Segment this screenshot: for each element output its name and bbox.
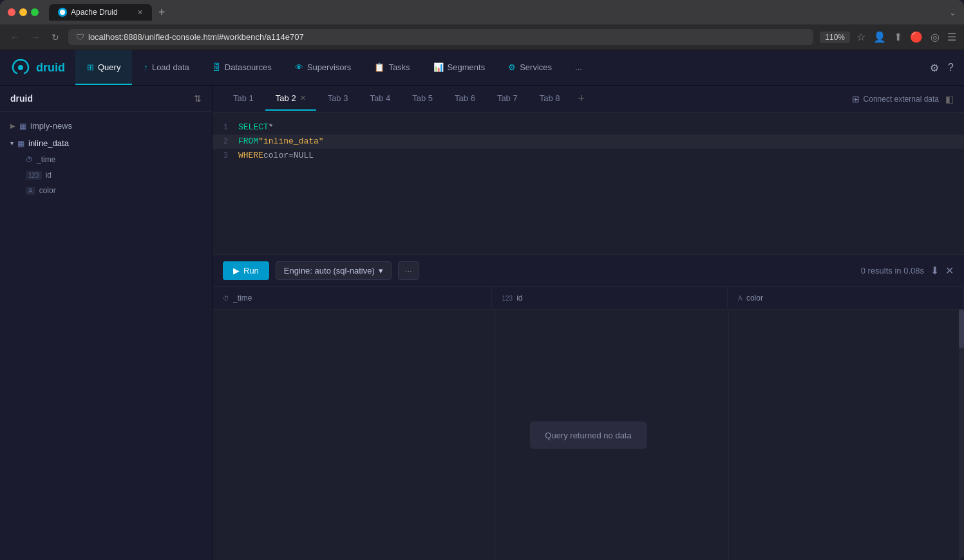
account-icon[interactable]: 👤 xyxy=(873,31,886,43)
table-icon: ▦ xyxy=(19,122,26,131)
table-icon: ▦ xyxy=(17,139,24,148)
nav-tab-load-data-label: Load data xyxy=(152,62,189,72)
query-toolbar: ▶ Run Engine: auto (sql-native) ▾ ··· 0 … xyxy=(213,254,964,287)
no-data-message: Query returned no data xyxy=(529,421,647,449)
nav-tab-services[interactable]: ⚙ Services xyxy=(496,50,563,85)
query-tab-8[interactable]: Tab 8 xyxy=(529,87,571,111)
close-window-button[interactable] xyxy=(8,8,15,16)
supervisors-nav-icon: 👁 xyxy=(295,62,303,72)
query-tab-4-label: Tab 4 xyxy=(370,93,390,103)
collapse-sidebar-button[interactable]: ◧ xyxy=(945,94,954,104)
engine-label: Engine: auto (sql-native) xyxy=(284,266,375,275)
field-type-123: 123 xyxy=(26,171,42,180)
nav-tab-tasks[interactable]: 📋 Tasks xyxy=(363,50,421,85)
column-color: color xyxy=(263,149,288,163)
query-tab-5-label: Tab 5 xyxy=(412,93,433,103)
query-tab-6-label: Tab 6 xyxy=(455,93,475,103)
engine-selector[interactable]: Engine: auto (sql-native) ▾ xyxy=(276,261,392,280)
nav-tab-more[interactable]: ... xyxy=(563,50,594,85)
tree-item-imply-news-label: imply-news xyxy=(30,121,72,131)
nav-tab-load-data[interactable]: ↑ Load data xyxy=(132,50,200,85)
add-tab-button[interactable]: + xyxy=(574,92,589,106)
more-options-button[interactable]: ··· xyxy=(398,261,419,280)
browser-tab[interactable]: Apache Druid ✕ xyxy=(49,4,152,21)
nav-tab-services-label: Services xyxy=(520,62,552,72)
query-tab-7[interactable]: Tab 7 xyxy=(487,87,528,111)
browser-titlebar: Apache Druid ✕ + ⌄ xyxy=(0,0,964,24)
sidebar-sort-button[interactable]: ⇅ xyxy=(194,93,202,104)
line-number-3: 3 xyxy=(213,149,238,163)
app: druid ⊞ Query ↑ Load data 🗄 Datasources … xyxy=(0,50,964,560)
query-tab-5[interactable]: Tab 5 xyxy=(402,87,443,111)
results-info: 0 results in 0.08s xyxy=(861,266,924,275)
back-button[interactable]: ← xyxy=(8,30,22,45)
query-tab-1[interactable]: Tab 1 xyxy=(223,87,264,111)
download-button[interactable]: ⬇ xyxy=(931,265,939,277)
share-icon[interactable]: ⬆ xyxy=(894,31,902,43)
main-content: druid ⇅ ▶ ▦ imply-news ▾ ▦ inline_data xyxy=(0,86,964,560)
druid-ext-icon[interactable]: ◎ xyxy=(931,31,940,43)
bookmark-icon[interactable]: ☆ xyxy=(856,31,865,43)
query-tab-7-label: Tab 7 xyxy=(497,93,518,103)
results-header: ⏱ _time 123 id A color xyxy=(213,287,964,310)
line-number-2: 2 xyxy=(213,135,238,149)
clear-results-button[interactable]: ✕ xyxy=(945,265,954,277)
tab-favicon xyxy=(58,8,67,17)
address-text: localhost:8888/unified-console.html#work… xyxy=(88,32,304,42)
menu-icon[interactable]: ☰ xyxy=(947,31,956,43)
help-button[interactable]: ? xyxy=(948,62,954,73)
query-tab-2[interactable]: Tab 2 ✕ xyxy=(265,87,316,111)
nav-tab-segments-label: Segments xyxy=(448,62,486,72)
minimize-window-button[interactable] xyxy=(19,8,27,16)
more-nav-label: ... xyxy=(575,62,582,72)
address-input[interactable]: 🛡 localhost:8888/unified-console.html#wo… xyxy=(68,29,813,45)
scrollbar-thumb[interactable] xyxy=(959,310,964,348)
tree-item-inline-data-label: inline_data xyxy=(28,138,69,148)
result-col-time xyxy=(213,310,495,560)
tree-item-inline-data[interactable]: ▾ ▦ inline_data xyxy=(0,135,212,152)
connect-external-data-button[interactable]: ⊞ Connect external data xyxy=(852,94,939,104)
settings-button[interactable]: ⚙ xyxy=(930,62,939,74)
keyword-select: SELECT xyxy=(238,120,269,135)
query-tab-1-label: Tab 1 xyxy=(233,93,254,103)
extension-icon[interactable]: 🔴 xyxy=(910,31,923,43)
col-header-color-label: color xyxy=(746,294,763,303)
tasks-nav-icon: 📋 xyxy=(374,62,384,72)
forward-button[interactable]: → xyxy=(28,30,43,45)
code-line-1: 1 SELECT * xyxy=(213,120,964,135)
app-header: druid ⊞ Query ↑ Load data 🗄 Datasources … xyxy=(0,50,964,86)
datasources-nav-icon: 🗄 xyxy=(213,62,221,72)
run-button[interactable]: ▶ Run xyxy=(223,261,269,280)
tree-item-imply-news[interactable]: ▶ ▦ imply-news xyxy=(0,117,212,135)
color-type-icon: A xyxy=(738,295,742,302)
keyword-from: FROM xyxy=(238,135,258,149)
scrollbar-track[interactable] xyxy=(959,310,964,560)
nav-tab-query[interactable]: ⊞ Query xyxy=(75,50,132,85)
field-type-A: A xyxy=(26,187,35,195)
query-tabs: Tab 1 Tab 2 ✕ Tab 3 Tab 4 Tab 5 xyxy=(213,86,964,113)
browser-window: Apache Druid ✕ + ⌄ ← → ↻ 🛡 localhost:888… xyxy=(0,0,964,560)
equals-sign: = xyxy=(288,149,294,163)
column-header-id: 123 id xyxy=(492,287,728,309)
query-tab-4[interactable]: Tab 4 xyxy=(359,87,401,111)
nav-tab-supervisors[interactable]: 👁 Supervisors xyxy=(283,50,363,85)
nav-tab-datasources[interactable]: 🗄 Datasources xyxy=(201,50,283,85)
nav-tab-segments[interactable]: 📊 Segments xyxy=(422,50,497,85)
tab-title: Apache Druid xyxy=(71,8,118,17)
nav-tab-query-label: Query xyxy=(98,62,120,72)
query-nav-icon: ⊞ xyxy=(87,62,94,72)
maximize-window-button[interactable] xyxy=(31,8,39,16)
header-right: ⚙ ? xyxy=(930,62,954,74)
code-line-2: 2 FROM "inline_data" xyxy=(213,135,964,149)
code-editor[interactable]: 1 SELECT * 2 FROM "inline_data" 3 WHERE … xyxy=(213,113,964,254)
new-tab-button[interactable]: + xyxy=(155,5,169,21)
app-logo: druid xyxy=(10,57,65,78)
field-color-label: color xyxy=(39,186,56,195)
result-col-color xyxy=(729,310,964,560)
tab-2-close-icon[interactable]: ✕ xyxy=(300,94,306,102)
query-tab-3[interactable]: Tab 3 xyxy=(317,87,359,111)
tab-close-button[interactable]: ✕ xyxy=(137,8,143,17)
query-tab-6[interactable]: Tab 6 xyxy=(444,87,486,111)
refresh-button[interactable]: ↻ xyxy=(49,30,62,45)
line-number-1: 1 xyxy=(213,120,238,135)
